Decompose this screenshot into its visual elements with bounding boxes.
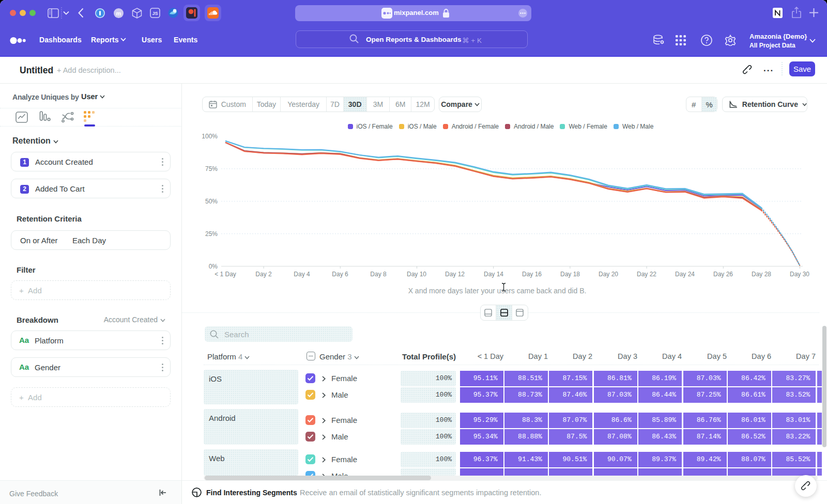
svg-text:Day 20: Day 20: [599, 271, 618, 278]
svg-text:Day 14: Day 14: [484, 271, 503, 278]
svg-text:m: m: [116, 10, 121, 17]
svg-text:75%: 75%: [205, 165, 218, 172]
svg-text:Day 30: Day 30: [790, 271, 809, 278]
svg-text:JS: JS: [152, 11, 158, 16]
svg-text:Day 6: Day 6: [332, 271, 348, 278]
svg-text:0%: 0%: [209, 263, 218, 270]
svg-text:Day 26: Day 26: [713, 271, 733, 278]
svg-text:25%: 25%: [205, 230, 218, 238]
svg-text:50%: 50%: [205, 198, 218, 205]
svg-text:Day 24: Day 24: [675, 271, 695, 278]
svg-text:Day 12: Day 12: [445, 271, 465, 278]
svg-text:< 1 Day: < 1 Day: [215, 271, 236, 278]
svg-text:Day 16: Day 16: [522, 271, 542, 278]
svg-text:100%: 100%: [202, 133, 218, 140]
svg-text:Day 8: Day 8: [370, 271, 387, 278]
svg-text:Day 2: Day 2: [255, 271, 272, 278]
svg-text:Day 28: Day 28: [752, 271, 771, 278]
svg-text:Day 18: Day 18: [560, 271, 580, 278]
svg-text:Day 22: Day 22: [637, 271, 656, 278]
svg-text:Day 10: Day 10: [407, 271, 426, 278]
svg-text:Day 4: Day 4: [294, 271, 310, 278]
